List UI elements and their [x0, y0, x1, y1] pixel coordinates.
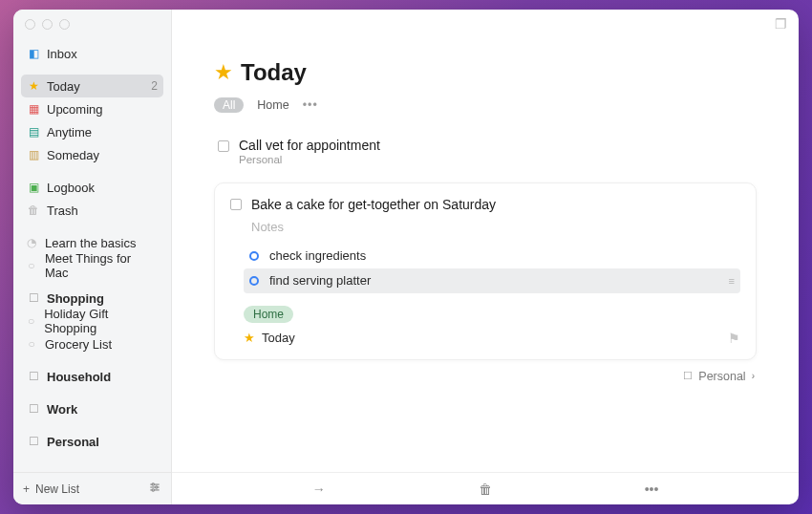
sidebar-item-label: Someday — [47, 148, 99, 162]
sidebar-item-today[interactable]: ★ Today 2 — [21, 75, 163, 97]
task-checkbox[interactable] — [218, 140, 229, 152]
app-window: ◧ Inbox ★ Today 2 ▦ Upcoming ▤ Anytime — [13, 10, 799, 504]
task-checkbox[interactable] — [230, 199, 242, 210]
sidebar-project-meet[interactable]: ○ Meet Things for Mac — [21, 254, 163, 277]
filter-row: All Home ••• — [214, 97, 757, 113]
filter-all[interactable]: All — [214, 97, 244, 113]
filter-more-icon[interactable]: ••• — [303, 98, 318, 112]
sidebar-item-upcoming[interactable]: ▦ Upcoming — [21, 97, 163, 120]
sidebar-item-label: Upcoming — [47, 102, 103, 117]
project-icon: ○ — [25, 259, 38, 272]
logbook-icon: ▣ — [27, 181, 40, 194]
checklist-circle-icon[interactable] — [249, 251, 259, 261]
sidebar-item-label: Inbox — [47, 47, 77, 61]
today-count-badge: 2 — [151, 79, 158, 93]
content-area: ★ Today All Home ••• Call vet for appoin… — [172, 38, 799, 472]
tag-chip[interactable]: Home — [244, 306, 293, 323]
task-title[interactable]: Bake a cake for get-together on Saturday — [251, 197, 496, 212]
sidebar-area-personal[interactable]: ☐ Personal — [21, 430, 163, 453]
sidebar-project-holiday[interactable]: ○ Holiday Gift Shopping — [21, 310, 163, 332]
notes-placeholder[interactable]: Notes — [251, 220, 740, 234]
project-icon: ○ — [25, 314, 37, 328]
project-icon: ○ — [25, 337, 38, 351]
area-link[interactable]: ☐ Personal › — [214, 370, 757, 383]
sidebar-item-someday[interactable]: ▥ Someday — [21, 143, 163, 166]
sidebar-item-label: Holiday Gift Shopping — [44, 307, 158, 335]
move-icon[interactable]: → — [312, 482, 326, 497]
new-list-button[interactable]: New List — [35, 482, 79, 496]
area-icon: ☐ — [683, 370, 693, 382]
svg-point-3 — [152, 483, 154, 485]
when-label: Today — [262, 331, 295, 345]
sidebar-area-work[interactable]: ☐ Work — [21, 397, 163, 420]
calendar-icon: ▦ — [27, 102, 40, 116]
archive-icon: ▥ — [27, 148, 40, 161]
sidebar-item-label: Household — [47, 370, 111, 384]
sidebar-footer: + New List — [13, 472, 171, 504]
area-icon: ☐ — [27, 435, 40, 448]
multi-window-icon[interactable]: ❐ — [775, 16, 787, 32]
sidebar-item-anytime[interactable]: ▤ Anytime — [21, 120, 163, 143]
more-actions-icon[interactable]: ••• — [645, 482, 659, 497]
sidebar-item-label: Shopping — [47, 291, 104, 306]
settings-icon[interactable] — [148, 481, 161, 497]
area-icon: ☐ — [27, 370, 40, 383]
sidebar-item-label: Personal — [47, 435, 99, 449]
sidebar-item-label: Meet Things for Mac — [45, 251, 158, 280]
sidebar-project-grocery[interactable]: ○ Grocery List — [21, 332, 163, 355]
zoom-window-button[interactable] — [59, 19, 70, 30]
close-window-button[interactable] — [25, 19, 35, 30]
minimize-window-button[interactable] — [42, 19, 53, 30]
tags-row: Home — [244, 305, 740, 323]
bottom-toolbar: → 🗑 ••• — [172, 472, 799, 504]
checklist-item-label: find serving platter — [269, 273, 371, 288]
stack-icon: ▤ — [27, 125, 40, 139]
star-icon: ★ — [214, 60, 233, 85]
page-title: Today — [241, 59, 307, 86]
svg-point-5 — [152, 489, 154, 491]
sidebar-item-label: Work — [47, 402, 77, 417]
when-row[interactable]: ★ Today ⚑ — [244, 331, 740, 346]
area-link-label: Personal — [698, 370, 745, 383]
window-titlebar — [13, 10, 171, 38]
filter-home[interactable]: Home — [257, 98, 288, 112]
drag-handle-icon[interactable]: ≡ — [729, 275, 735, 287]
flag-icon[interactable]: ⚑ — [728, 331, 740, 346]
sidebar: ◧ Inbox ★ Today 2 ▦ Upcoming ▤ Anytime — [13, 10, 172, 504]
project-icon: ◔ — [25, 236, 38, 249]
sidebar-item-logbook[interactable]: ▣ Logbook — [21, 176, 163, 199]
checklist-item[interactable]: find serving platter ≡ — [244, 268, 740, 293]
checklist-item-label: check ingredients — [269, 248, 366, 263]
main-header: ❐ — [172, 10, 799, 38]
sidebar-nav: ◧ Inbox ★ Today 2 ▦ Upcoming ▤ Anytime — [13, 38, 171, 472]
trash-icon: 🗑 — [27, 203, 40, 217]
delete-icon[interactable]: 🗑 — [479, 482, 492, 497]
svg-point-4 — [156, 486, 158, 488]
area-icon: ☐ — [27, 402, 40, 416]
sidebar-area-household[interactable]: ☐ Household — [21, 365, 163, 388]
sidebar-item-trash[interactable]: 🗑 Trash — [21, 199, 163, 222]
checklist-item[interactable]: check ingredients — [244, 244, 740, 268]
sidebar-item-label: Trash — [47, 203, 78, 218]
sidebar-item-inbox[interactable]: ◧ Inbox — [21, 42, 163, 65]
star-icon: ★ — [244, 331, 255, 345]
sidebar-item-label: Today — [47, 79, 80, 94]
sidebar-item-label: Grocery List — [45, 337, 112, 352]
task-area-label: Personal — [239, 154, 380, 165]
plus-icon: + — [23, 482, 30, 496]
sidebar-item-label: Learn the basics — [45, 236, 136, 250]
page-title-row: ★ Today — [214, 59, 757, 86]
star-icon: ★ — [27, 79, 40, 93]
chevron-right-icon: › — [752, 371, 755, 381]
area-icon: ☐ — [27, 291, 40, 305]
task-row[interactable]: Call vet for appointment Personal — [214, 138, 757, 165]
sidebar-item-label: Logbook — [47, 181, 95, 195]
checklist-circle-icon[interactable] — [249, 276, 259, 286]
sidebar-item-label: Anytime — [47, 125, 92, 139]
task-title: Call vet for appointment — [239, 138, 380, 154]
task-card-head: Bake a cake for get-together on Saturday — [230, 197, 740, 212]
main-pane: ❐ ★ Today All Home ••• Call vet for appo… — [172, 10, 799, 504]
inbox-icon: ◧ — [27, 47, 40, 60]
task-card-expanded: Bake a cake for get-together on Saturday… — [214, 182, 757, 360]
checklist: check ingredients find serving platter ≡ — [244, 244, 740, 293]
